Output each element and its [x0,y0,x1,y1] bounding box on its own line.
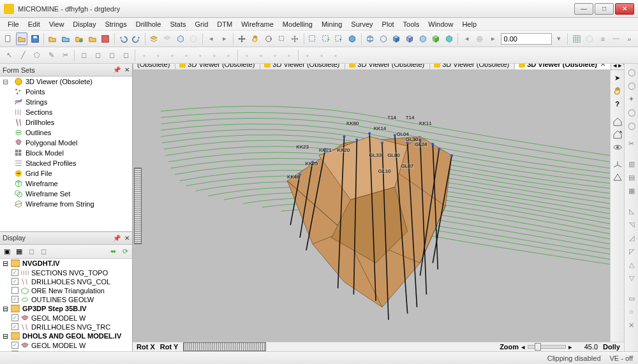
pointer-icon[interactable]: ➤ [612,73,623,84]
fr-bulb2-icon[interactable]: ◯ [626,80,637,91]
menu-display[interactable]: Display [69,19,100,29]
tree-item-points[interactable]: Points [0,87,132,97]
hand-icon[interactable] [249,33,262,45]
target-icon[interactable]: ◎ [474,33,486,45]
fr-rect-icon[interactable]: ▭ [626,293,637,304]
disp-group-0[interactable]: ⊟ NVGDHT.IV [0,259,132,268]
t2-e3-icon[interactable]: ◦ [329,49,342,62]
cube-solid-icon[interactable] [390,33,403,45]
folder-1-icon[interactable] [47,33,59,45]
display-header[interactable]: Display 📌 ✕ [0,232,132,245]
pin-icon[interactable]: 📌 [113,235,121,242]
fr-shape1-icon[interactable]: ◯ [626,106,637,118]
disp-item-1-0[interactable]: ✓GEOL MODEL W [0,314,132,323]
zoom-slider[interactable] [528,345,566,349]
fr-pin-icon[interactable]: ✦ [626,93,637,105]
disp-tb-r1-icon[interactable]: ⬌ [107,245,119,257]
t2-b1-icon[interactable]: ◻ [77,49,90,62]
tree-item-strings[interactable]: Strings [0,97,132,107]
tree-item-wireframe-set[interactable]: Wireframe Set [0,189,132,199]
panel-close-icon[interactable]: ✕ [124,235,130,242]
fr-t1-icon[interactable]: ◺ [626,205,637,217]
fr-t5-icon[interactable]: △ [626,259,637,270]
disk-icon[interactable] [100,33,112,45]
cube-xray-icon[interactable] [417,33,429,45]
menu-window[interactable]: Window [424,19,457,29]
t2-c1-icon[interactable]: ◦ [138,49,151,62]
disp-item-0-1[interactable]: ✓DRILLHOLES NVG_COL [0,277,132,286]
perspective-icon[interactable] [612,172,623,184]
menu-modelling[interactable]: Modelling [279,19,316,29]
t2-c3-icon[interactable]: ◦ [166,49,179,62]
disp-item-2-1[interactable]: ✓DRILLHOLES NVG_TRC [0,350,132,352]
layers-2-icon[interactable] [161,33,174,45]
cube-wire-2-icon[interactable] [377,33,389,45]
t2-e2-icon[interactable]: ◦ [315,49,328,62]
cube-wire-1-icon[interactable] [364,33,376,45]
move-icon[interactable] [289,33,301,45]
open-file-icon[interactable] [16,33,28,45]
eye-icon[interactable] [612,142,623,153]
tree-item-sections[interactable]: Sections [0,107,132,117]
formsets-header[interactable]: Form Sets 📌 ✕ [0,64,132,76]
t2-c7-icon[interactable]: ◦ [222,49,235,62]
tree-item-drillholes[interactable]: Drillholes [0,117,132,127]
zoom-next-icon[interactable]: ▸ [568,343,572,351]
cube-teal-icon[interactable] [443,33,456,45]
t2-d1-icon[interactable]: ◦ [241,49,253,62]
fr-t3-icon[interactable]: ◿ [626,232,637,244]
fr-t2-icon[interactable]: ◹ [626,219,637,230]
t2-d2-icon[interactable]: ◦ [255,49,267,62]
fr-t4-icon[interactable]: ◸ [626,245,637,257]
display-tree[interactable]: ⊟ NVGDHT.IV ✓SECTIONS NVG_TOPO ✓DRILLHOL… [0,259,132,352]
rotation-slider[interactable] [183,342,266,351]
pan-hand-icon[interactable] [612,85,623,97]
t2-line-icon[interactable]: ╱ [17,49,29,62]
t2-b4-icon[interactable]: ◻ [119,49,132,62]
fr-circle-icon[interactable]: ○ [626,306,637,317]
cube-nav-icon[interactable] [174,33,186,45]
t2-cut-icon[interactable]: ✂ [59,49,71,62]
tab-5[interactable]: 3D Viewer (Obsolete)✕ [514,64,611,69]
tab-prev-icon[interactable]: ◂ [613,64,617,69]
pin-icon[interactable]: 📌 [113,66,121,73]
disp-item-2-0[interactable]: ✓GEOL MODEL W [0,341,132,350]
menu-tools[interactable]: Tools [399,19,424,29]
chevron-icon[interactable]: » [623,33,635,45]
menu-grid[interactable]: Grid [191,19,212,29]
t2-d3-icon[interactable]: ◦ [269,49,281,62]
disp-tb-3-icon[interactable]: ◻ [26,245,37,257]
cube-filled-icon[interactable] [346,33,359,45]
t2-d4-icon[interactable]: ◦ [283,49,295,62]
t2-b2-icon[interactable]: ◻ [91,49,104,62]
t2-c5-icon[interactable]: ◦ [194,49,207,62]
menu-file[interactable]: File [4,19,23,29]
t2-poly-icon[interactable]: ⬠ [31,49,43,62]
redo-icon[interactable] [130,33,142,45]
tab-3[interactable]: 3D Viewer (Obsolete) [345,64,430,69]
menu-stats[interactable]: Stats [166,19,189,29]
expand-left-icon[interactable]: ◂ [461,33,473,45]
select-add-icon[interactable]: + [320,33,332,45]
disp-tb-1-icon[interactable]: ▣ [1,245,13,257]
pan-icon[interactable] [236,33,248,45]
folder-2-icon[interactable] [60,33,72,45]
menu-view[interactable]: View [45,19,68,29]
disp-item-0-2[interactable]: ORE New Triangulation [0,286,132,295]
tree-item-gridfile[interactable]: Grid File [0,168,132,178]
layers-icon[interactable] [148,33,160,45]
tree-item-wireframe[interactable]: Wireframe [0,178,132,189]
cube-shaded-icon[interactable] [404,33,416,45]
vertical-slider-left[interactable] [133,70,143,342]
list-icon[interactable]: ≡ [597,33,609,45]
t2-c4-icon[interactable]: ◦ [180,49,193,62]
expand-dn-icon[interactable]: ▾ [553,33,565,45]
minimize-button[interactable]: — [574,3,593,15]
tab-close-icon[interactable]: ✕ [600,64,605,68]
menu-edit[interactable]: Edit [24,19,44,29]
fr-sec2-icon[interactable]: ▤ [626,171,637,183]
axes-icon[interactable] [612,159,623,171]
disp-item-0-0[interactable]: ✓SECTIONS NVG_TOPO [0,268,132,277]
t2-b3-icon[interactable]: ◻ [105,49,118,62]
viewer-canvas[interactable]: T14 T14 KK11 KK80 KK14 GL04 GL30 GL24 KK… [154,73,610,340]
